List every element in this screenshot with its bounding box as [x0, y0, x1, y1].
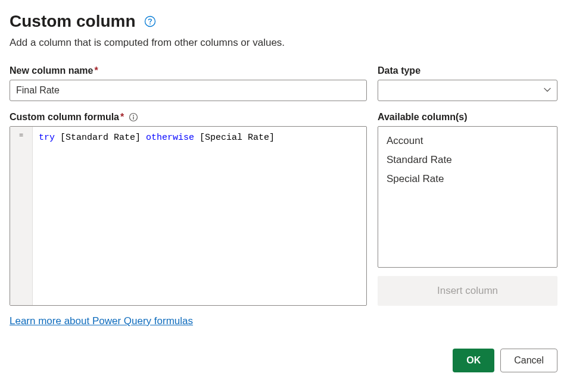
required-asterisk: * [94, 65, 98, 76]
data-type-select[interactable] [378, 80, 557, 101]
svg-point-1 [149, 23, 151, 24]
formula-row: Custom column formula* = try [Standard R… [10, 112, 557, 327]
column-name-input[interactable] [10, 80, 367, 101]
svg-point-3 [133, 115, 134, 116]
dialog-header: Custom column [10, 12, 557, 31]
cancel-button[interactable]: Cancel [500, 349, 557, 372]
formula-code[interactable]: try [Standard Rate] otherwise [Special R… [33, 127, 366, 305]
column-name-label: New column name* [10, 65, 367, 76]
dialog-footer: OK Cancel [10, 349, 557, 372]
formula-editor[interactable]: = try [Standard Rate] otherwise [Special… [10, 126, 367, 306]
formula-gutter: = [10, 127, 33, 305]
dialog-title: Custom column [10, 12, 136, 31]
available-columns-list: AccountStandard RateSpecial Rate [378, 126, 557, 268]
formula-label: Custom column formula* [10, 112, 124, 123]
ok-button[interactable]: OK [453, 349, 494, 372]
learn-more-link[interactable]: Learn more about Power Query formulas [10, 315, 193, 327]
column-name-label-text: New column name [10, 65, 93, 76]
insert-column-button[interactable]: Insert column [378, 276, 557, 306]
help-icon[interactable] [144, 15, 156, 27]
top-fields-row: New column name* Data type [10, 65, 557, 101]
required-asterisk: * [120, 112, 124, 122]
formula-label-text: Custom column formula [10, 112, 119, 122]
data-type-label: Data type [378, 65, 557, 76]
info-icon[interactable] [129, 112, 138, 122]
available-columns-label: Available column(s) [378, 112, 557, 123]
dialog-subtitle: Add a column that is computed from other… [10, 37, 557, 49]
available-column-item[interactable]: Standard Rate [378, 150, 557, 170]
svg-rect-4 [133, 117, 134, 120]
available-column-item[interactable]: Special Rate [378, 170, 557, 189]
available-column-item[interactable]: Account [378, 131, 557, 150]
